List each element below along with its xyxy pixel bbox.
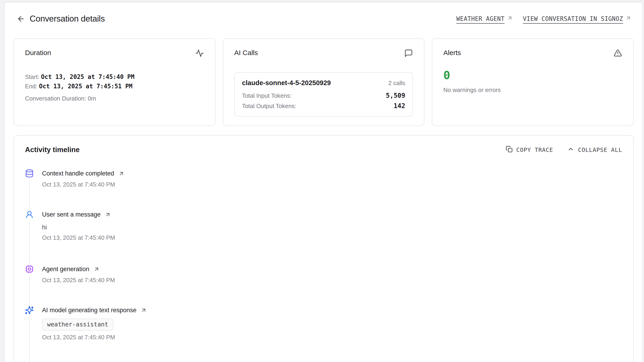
alerts-card-title: Alerts bbox=[443, 49, 461, 57]
cpu-icon bbox=[25, 265, 34, 273]
start-value: Oct 13, 2025 at 7:45:40 PM bbox=[41, 73, 134, 80]
output-tokens-label: Total Output Tokens: bbox=[242, 103, 296, 110]
model-name: claude-sonnet-4-5-20250929 bbox=[242, 79, 331, 87]
output-tokens-value: 142 bbox=[394, 102, 405, 110]
timeline-connector bbox=[29, 276, 30, 306]
copy-icon bbox=[506, 146, 513, 154]
event-title: Agent generation bbox=[42, 266, 89, 273]
copy-trace-button[interactable]: COPY TRACE bbox=[506, 146, 553, 154]
activity-pulse-icon bbox=[195, 49, 204, 58]
stat-cards-row: Duration Start: Oct 13, 2025 at 7:45:40 … bbox=[14, 38, 634, 126]
external-link-icon bbox=[507, 15, 513, 22]
event-title-link[interactable]: Agent generation bbox=[42, 265, 115, 273]
collapse-all-button[interactable]: COLLAPSE ALL bbox=[567, 146, 622, 154]
back-button[interactable] bbox=[17, 15, 25, 23]
database-icon bbox=[25, 169, 34, 178]
triangle-alert-icon bbox=[614, 49, 622, 58]
end-label: End: bbox=[25, 83, 38, 90]
timeline-event: Agent generation Oct 13, 2025 at 7:45:40… bbox=[25, 265, 622, 306]
user-icon bbox=[25, 210, 34, 219]
timeline-event: AI model generating text response weathe… bbox=[25, 306, 622, 362]
model-calls-count: 2 calls bbox=[388, 80, 405, 87]
event-title: User sent a message bbox=[42, 211, 100, 218]
event-title-link[interactable]: User sent a message bbox=[42, 210, 115, 219]
event-message-body: hi bbox=[42, 224, 115, 231]
alerts-message: No warnings or errors bbox=[443, 86, 622, 94]
page-header: Conversation details WEATHER AGENT VIEW … bbox=[5, 2, 642, 24]
page-title: Conversation details bbox=[30, 14, 105, 24]
input-tokens-label: Total Input Tokens: bbox=[242, 92, 292, 99]
external-link-icon bbox=[94, 266, 100, 272]
event-title: Context handle completed bbox=[42, 170, 114, 177]
sparkles-icon bbox=[25, 306, 34, 315]
event-timestamp: Oct 13, 2025 at 7:45:40 PM bbox=[42, 277, 115, 284]
timeline-event: User sent a message hi Oct 13, 2025 at 7… bbox=[25, 210, 622, 265]
timeline-connector bbox=[29, 221, 30, 265]
conversation-duration-value: 0m bbox=[88, 95, 96, 102]
conversation-details-page: Conversation details WEATHER AGENT VIEW … bbox=[4, 2, 643, 362]
duration-card-title: Duration bbox=[25, 49, 51, 57]
activity-timeline-title: Activity timeline bbox=[25, 146, 80, 154]
input-tokens-value: 5,509 bbox=[386, 92, 405, 99]
activity-timeline-panel: Activity timeline COPY TRACE COLLAPSE AL… bbox=[14, 135, 634, 362]
event-title: AI model generating text response bbox=[42, 307, 136, 314]
end-value: Oct 13, 2025 at 7:45:51 PM bbox=[39, 83, 132, 90]
conversation-duration-label: Conversation Duration: bbox=[25, 95, 86, 102]
alerts-card: Alerts 0 No warnings or errors bbox=[432, 38, 634, 126]
external-link-icon bbox=[626, 15, 631, 22]
event-timestamp: Oct 13, 2025 at 7:45:40 PM bbox=[42, 181, 124, 188]
event-timestamp: Oct 13, 2025 at 7:45:40 PM bbox=[42, 334, 147, 341]
conversation-duration-row: Conversation Duration: 0m bbox=[25, 94, 204, 103]
input-tokens-row: Total Input Tokens: 5,509 bbox=[242, 92, 405, 99]
timeline-events: Context handle completed Oct 13, 2025 at… bbox=[25, 169, 622, 362]
external-link-icon bbox=[140, 307, 147, 313]
event-title-link[interactable]: AI model generating text response bbox=[42, 306, 147, 315]
external-link-icon bbox=[118, 171, 124, 177]
agent-name-badge: weather-assistant bbox=[42, 319, 113, 331]
chevron-up-icon bbox=[567, 146, 574, 154]
timeline-connector bbox=[29, 317, 30, 362]
start-label: Start: bbox=[25, 73, 39, 80]
message-square-icon bbox=[404, 49, 413, 58]
ai-calls-card-title: AI Calls bbox=[234, 49, 258, 57]
timeline-connector bbox=[29, 180, 30, 210]
weather-agent-link[interactable]: WEATHER AGENT bbox=[456, 15, 513, 22]
arrow-left-icon bbox=[17, 20, 25, 24]
timeline-event: Context handle completed Oct 13, 2025 at… bbox=[25, 169, 622, 210]
alerts-count: 0 bbox=[443, 69, 622, 81]
duration-end-row: End: Oct 13, 2025 at 7:45:51 PM bbox=[25, 82, 204, 91]
duration-card: Duration Start: Oct 13, 2025 at 7:45:40 … bbox=[14, 38, 216, 126]
event-timestamp: Oct 13, 2025 at 7:45:40 PM bbox=[42, 234, 115, 241]
model-usage-box: claude-sonnet-4-5-20250929 2 calls Total… bbox=[234, 72, 413, 117]
duration-start-row: Start: Oct 13, 2025 at 7:45:40 PM bbox=[25, 72, 204, 82]
output-tokens-row: Total Output Tokens: 142 bbox=[242, 102, 405, 110]
view-conversation-in-signoz-link[interactable]: VIEW CONVERSATION IN SIGNOZ bbox=[523, 15, 631, 22]
ai-calls-card: AI Calls claude-sonnet-4-5-20250929 2 ca… bbox=[223, 38, 425, 126]
event-title-link[interactable]: Context handle completed bbox=[42, 169, 124, 178]
external-link-icon bbox=[105, 211, 111, 218]
header-links: WEATHER AGENT VIEW CONVERSATION IN SIGNO… bbox=[456, 15, 631, 22]
